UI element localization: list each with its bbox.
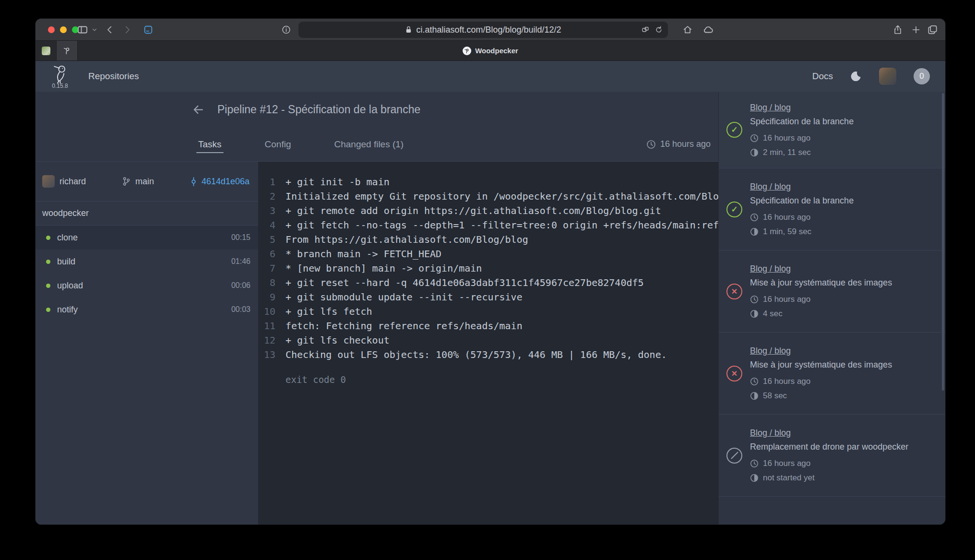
step-item[interactable]: upload 00:06 xyxy=(36,274,258,298)
step-item[interactable]: build 01:46 xyxy=(36,250,258,274)
commit-link[interactable]: 4614d1e06a xyxy=(190,177,250,187)
duration-icon xyxy=(750,310,759,318)
exit-code: exit code 0 xyxy=(285,372,718,387)
build-status-icon xyxy=(726,284,742,299)
commit-meta-row: richard main xyxy=(36,162,258,202)
step-name: notify xyxy=(57,305,78,315)
step-duration: 00:06 xyxy=(231,281,250,290)
log-lines: 1 + git init -b main 2 Initialized empty… xyxy=(258,175,718,362)
active-tab[interactable]: Woodpecker xyxy=(463,47,518,55)
moon-icon xyxy=(850,71,862,82)
pipeline-finished-time: 16 hours ago xyxy=(646,139,711,149)
line-text: + git lfs fetch xyxy=(285,304,372,319)
pipeline-tab[interactable]: Tasks xyxy=(195,127,225,161)
step-list: clone 00:15 build 01:46 xyxy=(36,226,258,322)
log-line: 8 + git reset --hard -q 4614d1e06a3dabf3… xyxy=(258,275,718,290)
recent-build-item[interactable]: Blog / blog Spécification de la branche … xyxy=(719,92,945,168)
active-tab-title: Woodpecker xyxy=(475,47,518,55)
dark-mode-toggle[interactable] xyxy=(850,71,862,82)
line-text: * [new branch] main -> origin/main xyxy=(285,261,482,275)
back-to-builds-button[interactable] xyxy=(192,103,205,116)
step-name: clone xyxy=(57,233,78,243)
line-text: + git init -b main xyxy=(285,175,390,189)
pipeline-tab[interactable]: Changed files (1) xyxy=(332,127,407,161)
user-avatar[interactable] xyxy=(879,68,896,85)
clock-icon xyxy=(750,377,759,386)
step-name: upload xyxy=(57,281,83,291)
woodpecker-app: 0.15.8 Repositories Docs 0 xyxy=(36,61,945,524)
steps-panel: richard main xyxy=(36,162,258,524)
build-message: Spécification de la branche xyxy=(750,196,935,206)
forward-button[interactable] xyxy=(122,24,132,35)
scrollbar-thumb[interactable] xyxy=(942,93,944,391)
line-text: + git remote add origin https://git.atha… xyxy=(285,203,661,218)
line-number: 12 xyxy=(258,333,275,347)
author-name: richard xyxy=(59,177,86,187)
build-duration: 2 min, 11 sec xyxy=(750,148,935,157)
pinned-tab-1[interactable] xyxy=(36,41,57,60)
address-bar[interactable]: ci.athaliasoft.com/Blog/blog/build/12/2 xyxy=(298,22,668,38)
new-tab-icon[interactable] xyxy=(911,24,921,35)
log-line: 13 Checking out LFS objects: 100% (573/5… xyxy=(258,347,718,362)
tab-overview-icon[interactable] xyxy=(927,24,938,35)
line-text: Checking out LFS objects: 100% (573/573)… xyxy=(285,347,667,362)
recent-build-item[interactable]: Blog / blog Spécification de la branche … xyxy=(719,168,945,250)
pipeline-tab[interactable]: Config xyxy=(262,127,294,161)
website-settings-icon[interactable] xyxy=(641,25,650,34)
woodpecker-logo[interactable]: 0.15.8 xyxy=(51,64,69,89)
nav-docs-link[interactable]: Docs xyxy=(812,71,833,82)
share-icon[interactable] xyxy=(892,24,903,35)
build-repo-link[interactable]: Blog / blog xyxy=(750,264,791,274)
build-time: 16 hours ago xyxy=(750,295,935,304)
line-text: Initialized empty Git repository in /woo… xyxy=(285,189,718,203)
workflow-name: woodpecker xyxy=(36,202,258,226)
recent-build-item[interactable]: Blog / blog xyxy=(719,497,945,524)
notification-badge[interactable]: 0 xyxy=(914,68,930,84)
sidebar-toggle-icon[interactable] xyxy=(77,24,88,36)
line-number: 1 xyxy=(258,175,275,189)
build-message: Mise à jour systématique des images xyxy=(750,278,935,288)
step-duration: 01:46 xyxy=(231,257,250,266)
info-icon[interactable] xyxy=(281,24,291,35)
back-button[interactable] xyxy=(105,24,115,35)
nav-repositories-link[interactable]: Repositories xyxy=(88,71,139,82)
recent-build-item[interactable]: Blog / blog Mise à jour systématique des… xyxy=(719,333,945,415)
url-text: ci.athaliasoft.com/Blog/blog/build/12/2 xyxy=(416,25,561,35)
lock-icon xyxy=(405,26,412,34)
branch-icon xyxy=(122,177,131,186)
step-item[interactable]: clone 00:15 xyxy=(36,226,258,250)
log-line: 3 + git remote add origin https://git.at… xyxy=(258,203,718,218)
log-line: 7 * [new branch] main -> origin/main xyxy=(258,261,718,275)
chevron-down-icon[interactable] xyxy=(91,26,98,33)
step-status-dot xyxy=(46,284,50,288)
close-window-button[interactable] xyxy=(48,26,55,33)
woodpecker-mini-icon xyxy=(63,47,71,55)
build-status-icon xyxy=(726,448,742,464)
recent-builds-sidebar: Blog / blog Spécification de la branche … xyxy=(718,92,945,524)
recent-build-item[interactable]: Blog / blog Remplacement de drone par wo… xyxy=(719,415,945,497)
reload-icon[interactable] xyxy=(654,25,663,34)
build-status-icon xyxy=(726,366,742,381)
build-message: Mise à jour systématique des images xyxy=(750,360,935,370)
pipeline-tabs-bar: Tasks Config Changed files (1) 16 hours … xyxy=(36,127,718,162)
recent-build-item[interactable]: Blog / blog Mise à jour systématique des… xyxy=(719,250,945,333)
home-icon[interactable] xyxy=(682,24,693,35)
line-text: + git submodule update --init --recursiv… xyxy=(285,290,523,304)
log-line: 6 * branch main -> FETCH_HEAD xyxy=(258,247,718,261)
icloud-tabs-icon[interactable] xyxy=(702,24,714,36)
line-text: * branch main -> FETCH_HEAD xyxy=(285,247,441,261)
build-repo-link[interactable]: Blog / blog xyxy=(750,182,791,191)
build-repo-link[interactable]: Blog / blog xyxy=(750,103,791,112)
pinned-tab-woodpecker[interactable] xyxy=(57,41,78,60)
build-repo-link[interactable]: Blog / blog xyxy=(750,346,791,356)
commit-icon xyxy=(190,177,197,187)
log-line: 5 From https://git.athaliasoft.com/Blog/… xyxy=(258,232,718,247)
duration-icon xyxy=(750,474,759,482)
line-number: 13 xyxy=(258,347,275,362)
step-item[interactable]: notify 00:03 xyxy=(36,298,258,322)
step-duration: 00:15 xyxy=(231,233,250,242)
minimize-window-button[interactable] xyxy=(60,26,67,33)
clock-icon xyxy=(750,213,759,222)
build-repo-link[interactable]: Blog / blog xyxy=(750,428,791,438)
extension-icon[interactable] xyxy=(143,24,154,35)
